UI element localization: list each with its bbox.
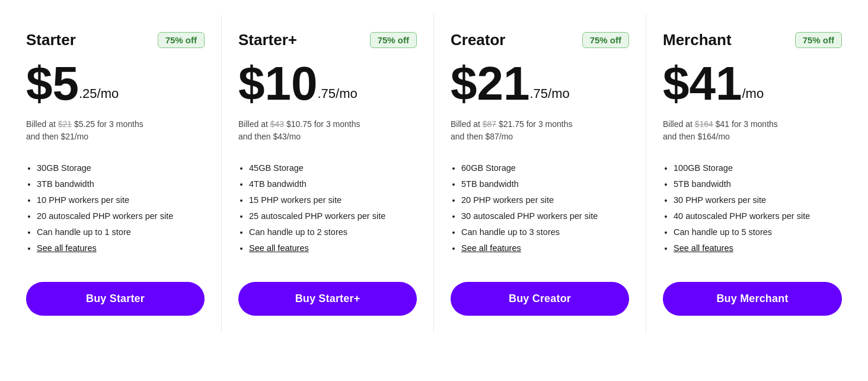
features-list-starter: 30GB Storage3TB bandwidth10 PHP workers … bbox=[26, 162, 205, 258]
see-all-features-item-starter-plus[interactable]: See all features bbox=[249, 242, 417, 255]
feature-item: Can handle up to 1 store bbox=[37, 226, 205, 239]
plan-card-starter-plus: Starter+ 75% off $10 .75/mo Billed at $4… bbox=[222, 14, 434, 332]
price-row-merchant: $41 /mo bbox=[663, 60, 842, 107]
feature-item: 40 autoscaled PHP workers per site bbox=[674, 210, 842, 223]
price-main-starter: $5 bbox=[26, 60, 79, 107]
buy-btn-wrapper-merchant: Buy Merchant bbox=[663, 270, 842, 332]
price-main-creator: $21 bbox=[451, 60, 529, 107]
feature-item: 5TB bandwidth bbox=[674, 178, 842, 190]
feature-item: 45GB Storage bbox=[249, 162, 417, 174]
price-row-starter: $5 .25/mo bbox=[26, 60, 205, 107]
features-list-starter-plus: 45GB Storage4TB bandwidth15 PHP workers … bbox=[238, 162, 417, 258]
feature-item: 3TB bandwidth bbox=[37, 178, 205, 190]
feature-item: 30 autoscaled PHP workers per site bbox=[461, 210, 629, 223]
plan-header-starter-plus: Starter+ 75% off bbox=[238, 31, 417, 49]
price-decimal-creator: .75/mo bbox=[529, 87, 569, 100]
feature-item: Can handle up to 5 stores bbox=[674, 226, 842, 239]
feature-item: 20 PHP workers per site bbox=[461, 194, 629, 207]
feature-item: 30GB Storage bbox=[37, 162, 205, 174]
plan-header-starter: Starter 75% off bbox=[26, 31, 205, 49]
buy-button-starter-plus[interactable]: Buy Starter+ bbox=[238, 282, 417, 316]
see-all-features-item-starter[interactable]: See all features bbox=[37, 242, 205, 255]
price-main-merchant: $41 bbox=[663, 60, 742, 107]
price-row-starter-plus: $10 .75/mo bbox=[238, 60, 417, 107]
price-decimal-starter: .25/mo bbox=[79, 87, 119, 100]
plans-grid: Starter 75% off $5 .25/mo Billed at $21 … bbox=[9, 14, 859, 332]
buy-btn-wrapper-starter: Buy Starter bbox=[26, 270, 205, 332]
buy-btn-wrapper-creator: Buy Creator bbox=[451, 270, 629, 332]
plan-card-creator: Creator 75% off $21 .75/mo Billed at $87… bbox=[434, 14, 646, 332]
feature-item: 60GB Storage bbox=[461, 162, 629, 174]
feature-item: Can handle up to 3 stores bbox=[461, 226, 629, 239]
feature-item: 30 PHP workers per site bbox=[674, 194, 842, 207]
plan-name-starter-plus: Starter+ bbox=[238, 31, 297, 49]
see-all-features-item-merchant[interactable]: See all features bbox=[674, 242, 842, 255]
see-all-features-item-creator[interactable]: See all features bbox=[461, 242, 629, 255]
price-main-starter-plus: $10 bbox=[238, 60, 317, 107]
buy-button-creator[interactable]: Buy Creator bbox=[451, 282, 629, 316]
feature-item: 4TB bandwidth bbox=[249, 178, 417, 190]
price-decimal-merchant: /mo bbox=[742, 87, 764, 100]
features-list-creator: 60GB Storage5TB bandwidth20 PHP workers … bbox=[451, 162, 629, 258]
price-row-creator: $21 .75/mo bbox=[451, 60, 629, 107]
buy-button-starter[interactable]: Buy Starter bbox=[26, 282, 205, 316]
discount-badge-starter: 75% off bbox=[158, 32, 205, 48]
plan-header-merchant: Merchant 75% off bbox=[663, 31, 842, 49]
plan-name-starter: Starter bbox=[26, 31, 76, 49]
feature-item: 5TB bandwidth bbox=[461, 178, 629, 190]
billing-text-starter: Billed at $21 $5.25 for 3 months and the… bbox=[26, 118, 205, 149]
discount-badge-creator: 75% off bbox=[582, 32, 629, 48]
billing-text-merchant: Billed at $164 $41 for 3 months and then… bbox=[663, 118, 842, 149]
discount-badge-starter-plus: 75% off bbox=[370, 32, 417, 48]
see-all-features-link-creator[interactable]: See all features bbox=[461, 243, 521, 253]
plan-header-creator: Creator 75% off bbox=[451, 31, 629, 49]
buy-button-merchant[interactable]: Buy Merchant bbox=[663, 282, 842, 316]
plan-name-merchant: Merchant bbox=[663, 31, 732, 49]
billing-text-starter-plus: Billed at $43 $10.75 for 3 months and th… bbox=[238, 118, 417, 149]
plan-card-starter: Starter 75% off $5 .25/mo Billed at $21 … bbox=[9, 14, 222, 332]
plan-card-merchant: Merchant 75% off $41 /mo Billed at $164 … bbox=[646, 14, 859, 332]
see-all-features-link-starter-plus[interactable]: See all features bbox=[249, 243, 309, 253]
feature-item: 25 autoscaled PHP workers per site bbox=[249, 210, 417, 223]
plan-name-creator: Creator bbox=[451, 31, 505, 49]
price-decimal-starter-plus: .75/mo bbox=[317, 87, 357, 100]
discount-badge-merchant: 75% off bbox=[795, 32, 842, 48]
billing-text-creator: Billed at $87 $21.75 for 3 months and th… bbox=[451, 118, 629, 149]
feature-item: Can handle up to 2 stores bbox=[249, 226, 417, 239]
see-all-features-link-starter[interactable]: See all features bbox=[37, 243, 97, 253]
see-all-features-link-merchant[interactable]: See all features bbox=[674, 243, 733, 253]
feature-item: 15 PHP workers per site bbox=[249, 194, 417, 207]
feature-item: 100GB Storage bbox=[674, 162, 842, 174]
feature-item: 10 PHP workers per site bbox=[37, 194, 205, 207]
feature-item: 20 autoscaled PHP workers per site bbox=[37, 210, 205, 223]
buy-btn-wrapper-starter-plus: Buy Starter+ bbox=[238, 270, 417, 332]
features-list-merchant: 100GB Storage5TB bandwidth30 PHP workers… bbox=[663, 162, 842, 258]
